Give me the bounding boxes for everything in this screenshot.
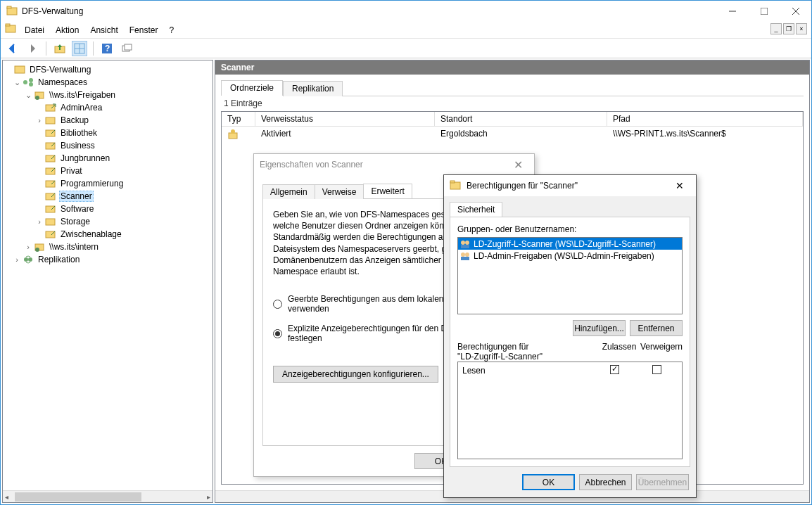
folder-link-icon bbox=[45, 102, 56, 113]
folder-link-icon bbox=[45, 165, 56, 177]
expand-icon[interactable]: › bbox=[35, 116, 44, 124]
tab-folder-targets[interactable]: Ordnerziele bbox=[221, 80, 283, 96]
minimize-button[interactable] bbox=[716, 1, 748, 21]
perm-cancel-button[interactable]: Abbrechen bbox=[579, 474, 632, 490]
app-icon bbox=[6, 6, 18, 17]
col-path[interactable]: Pfad bbox=[607, 112, 803, 126]
tree-item[interactable]: Jungbrunnen bbox=[59, 153, 111, 163]
svg-rect-1 bbox=[7, 6, 11, 8]
perm-close-button[interactable]: ✕ bbox=[669, 180, 690, 191]
share-icon bbox=[34, 241, 45, 252]
tree-namespaces[interactable]: Namespaces bbox=[37, 77, 89, 87]
collapse-icon[interactable]: ⌄ bbox=[13, 78, 21, 87]
tab-replication[interactable]: Replikation bbox=[283, 81, 343, 96]
folder-icon bbox=[45, 115, 56, 126]
tree-root[interactable]: DFS-Verwaltung bbox=[28, 65, 92, 75]
col-type[interactable]: Typ bbox=[222, 112, 255, 126]
maximize-button[interactable] bbox=[748, 1, 780, 21]
tab-advanced[interactable]: Erweitert bbox=[363, 184, 412, 198]
col-status[interactable]: Verweisstatus bbox=[255, 112, 435, 126]
menu-help[interactable]: ? bbox=[163, 23, 179, 37]
tree-item[interactable]: Backup bbox=[59, 115, 90, 125]
tree-item[interactable]: Storage bbox=[59, 217, 91, 226]
close-button[interactable] bbox=[780, 1, 811, 21]
menu-file[interactable]: Datei bbox=[19, 23, 50, 37]
menu-window[interactable]: Fenster bbox=[124, 23, 164, 37]
tab-security[interactable]: Sicherheit bbox=[450, 202, 502, 217]
col-location[interactable]: Standort bbox=[435, 112, 607, 126]
expand-icon[interactable]: › bbox=[13, 255, 21, 264]
svg-point-35 bbox=[24, 257, 28, 262]
perm-ok-button[interactable]: OK bbox=[522, 474, 575, 490]
list-row[interactable]: Aktiviert Ergoldsbach \\WS-PRINT1.ws.its… bbox=[222, 127, 803, 144]
tab-general[interactable]: Allgemein bbox=[262, 184, 315, 199]
expand-icon[interactable]: › bbox=[24, 243, 32, 251]
toolbar-separator bbox=[46, 41, 46, 56]
tree-item-selected[interactable]: Scanner bbox=[59, 191, 94, 202]
mdi-restore[interactable]: ❐ bbox=[783, 23, 794, 34]
svg-point-38 bbox=[231, 129, 235, 134]
window-title: DFS-Verwaltung bbox=[22, 6, 716, 16]
tree-item[interactable]: Zwischenablage bbox=[59, 229, 123, 239]
folder-icon bbox=[450, 179, 461, 193]
titlebar: DFS-Verwaltung bbox=[1, 1, 811, 22]
user-row-selected[interactable]: LD-Zugriff-L-Scanner (WS\LD-Zugriff-L-Sc… bbox=[458, 238, 682, 250]
perm-for-label-1: Berechtigungen für bbox=[457, 342, 598, 352]
view-list-button[interactable] bbox=[72, 41, 87, 56]
toolbar-separator bbox=[93, 41, 94, 56]
back-button[interactable] bbox=[5, 41, 20, 56]
new-window-button[interactable] bbox=[119, 41, 134, 56]
remove-button[interactable]: Entfernen bbox=[630, 320, 683, 336]
deny-read-checkbox[interactable] bbox=[652, 365, 661, 374]
tree-item[interactable]: Business bbox=[59, 141, 96, 151]
props-close-button[interactable]: ✕ bbox=[507, 158, 528, 172]
cell-path: \\WS-PRINT1.ws.its\Scanner$ bbox=[607, 127, 803, 144]
user-name: LD-Admin-Freigaben (WS\LD-Admin-Freigabe… bbox=[474, 251, 654, 261]
user-list[interactable]: LD-Zugriff-L-Scanner (WS\LD-Zugriff-L-Sc… bbox=[457, 237, 683, 314]
mdi-minimize[interactable]: _ bbox=[770, 23, 782, 34]
folder-link-icon bbox=[45, 178, 56, 189]
tree-panel: DFS-Verwaltung ⌄Namespaces ⌄\\ws.its\Fre… bbox=[2, 60, 213, 503]
svg-point-42 bbox=[465, 241, 469, 245]
svg-rect-23 bbox=[46, 117, 55, 124]
collapse-icon[interactable]: ⌄ bbox=[24, 91, 32, 100]
tree-share-root[interactable]: \\ws.its\Freigaben bbox=[48, 90, 117, 100]
svg-rect-15 bbox=[125, 44, 132, 50]
menu-view[interactable]: Ansicht bbox=[84, 23, 123, 37]
expand-icon[interactable]: › bbox=[35, 217, 44, 226]
svg-point-17 bbox=[23, 80, 27, 84]
tree-item[interactable]: Software bbox=[59, 204, 95, 214]
mdi-close[interactable]: × bbox=[796, 23, 807, 34]
share-icon bbox=[34, 89, 45, 101]
main-header: Scanner bbox=[215, 60, 809, 75]
svg-rect-40 bbox=[450, 181, 455, 183]
group-icon bbox=[459, 239, 471, 249]
svg-point-36 bbox=[28, 257, 32, 262]
svg-rect-43 bbox=[461, 245, 469, 248]
svg-point-44 bbox=[461, 252, 465, 257]
tree-intern[interactable]: \\ws.its\intern bbox=[48, 242, 100, 252]
cell-location: Ergoldsbach bbox=[435, 127, 607, 144]
svg-point-21 bbox=[35, 96, 39, 100]
svg-rect-31 bbox=[46, 219, 55, 225]
up-folder-button[interactable] bbox=[52, 41, 68, 56]
svg-point-45 bbox=[465, 252, 469, 257]
forward-button[interactable] bbox=[25, 41, 40, 56]
add-button[interactable]: Hinzufügen... bbox=[573, 320, 626, 336]
tree-item[interactable]: AdminArea bbox=[59, 103, 103, 113]
help-button[interactable]: ? bbox=[99, 41, 115, 56]
svg-rect-46 bbox=[461, 257, 469, 260]
tree-replication[interactable]: Replikation bbox=[37, 255, 81, 264]
configure-permissions-button[interactable]: Anzeigeberechtigungen konfigurieren... bbox=[273, 366, 438, 383]
menu-action[interactable]: Aktion bbox=[50, 23, 84, 37]
tree-scrollbar[interactable]: ◂▸ bbox=[3, 490, 212, 502]
tree-item[interactable]: Programmierung bbox=[59, 179, 125, 188]
tree-item[interactable]: Privat bbox=[59, 166, 84, 176]
tree-item[interactable]: Bibliothek bbox=[59, 128, 99, 138]
allow-read-checkbox[interactable] bbox=[610, 365, 619, 374]
tab-refs[interactable]: Verweise bbox=[315, 184, 364, 199]
perm-apply-button[interactable]: Übernehmen bbox=[636, 474, 689, 490]
namespaces-icon bbox=[23, 77, 34, 88]
svg-rect-16 bbox=[15, 66, 25, 73]
user-row[interactable]: LD-Admin-Freigaben (WS\LD-Admin-Freigabe… bbox=[458, 250, 682, 262]
